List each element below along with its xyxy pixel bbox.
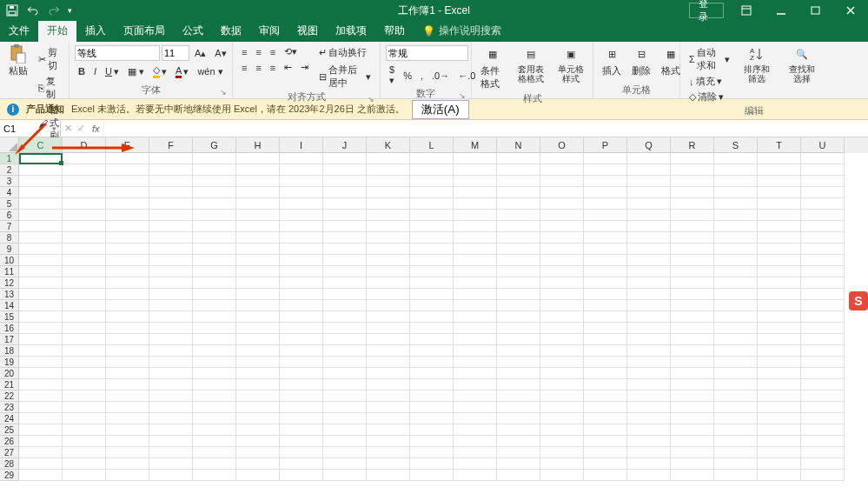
cell[interactable] bbox=[193, 221, 236, 232]
cell[interactable] bbox=[627, 266, 671, 277]
cell[interactable] bbox=[236, 221, 280, 232]
cell[interactable] bbox=[801, 244, 845, 255]
merge-center-button[interactable]: ⊟合并后居中 ▾ bbox=[315, 63, 374, 90]
cell[interactable] bbox=[627, 221, 671, 232]
cell[interactable] bbox=[540, 413, 584, 424]
cell[interactable] bbox=[280, 470, 323, 481]
confirm-icon[interactable]: ✓ bbox=[77, 123, 85, 134]
cell[interactable] bbox=[149, 413, 193, 424]
cell[interactable] bbox=[367, 289, 410, 300]
cell[interactable] bbox=[193, 424, 236, 436]
cell[interactable] bbox=[627, 424, 671, 436]
cell[interactable] bbox=[193, 210, 236, 221]
cell[interactable] bbox=[454, 379, 497, 391]
cell[interactable] bbox=[367, 232, 410, 244]
cell[interactable] bbox=[367, 402, 410, 413]
cell[interactable] bbox=[584, 379, 627, 391]
cell[interactable] bbox=[714, 391, 758, 402]
decimal-inc-icon[interactable]: .0→ bbox=[428, 70, 453, 82]
cell[interactable] bbox=[149, 244, 193, 255]
cell[interactable] bbox=[671, 447, 714, 458]
comma-button[interactable]: , bbox=[417, 70, 427, 82]
tab-layout[interactable]: 页面布局 bbox=[115, 20, 174, 42]
cell[interactable] bbox=[149, 357, 193, 368]
column-header[interactable]: R bbox=[671, 137, 714, 153]
row-header[interactable]: 14 bbox=[0, 300, 19, 311]
cell[interactable] bbox=[63, 187, 106, 198]
cell[interactable] bbox=[193, 187, 236, 198]
cell[interactable] bbox=[410, 391, 454, 402]
cell[interactable] bbox=[801, 447, 845, 458]
cell[interactable] bbox=[106, 300, 149, 311]
cell[interactable] bbox=[671, 424, 714, 436]
cell[interactable] bbox=[63, 402, 106, 413]
cell[interactable] bbox=[714, 368, 758, 379]
cell[interactable] bbox=[540, 244, 584, 255]
cell[interactable] bbox=[758, 357, 801, 368]
column-header[interactable]: L bbox=[410, 137, 454, 153]
cell[interactable] bbox=[758, 244, 801, 255]
cell[interactable] bbox=[714, 413, 758, 424]
cell[interactable] bbox=[193, 164, 236, 176]
cell[interactable] bbox=[671, 187, 714, 198]
cell[interactable] bbox=[106, 244, 149, 255]
cell[interactable] bbox=[714, 277, 758, 289]
cell[interactable] bbox=[758, 221, 801, 232]
cell[interactable] bbox=[106, 187, 149, 198]
cell[interactable] bbox=[497, 402, 540, 413]
cell[interactable] bbox=[367, 210, 410, 221]
column-header[interactable]: U bbox=[801, 137, 845, 153]
cell[interactable] bbox=[323, 266, 367, 277]
cell[interactable] bbox=[236, 277, 280, 289]
cell[interactable] bbox=[540, 334, 584, 345]
cell[interactable] bbox=[540, 289, 584, 300]
cell[interactable] bbox=[671, 221, 714, 232]
column-header[interactable]: C bbox=[19, 137, 63, 153]
wrap-text-button[interactable]: ↵自动换行 bbox=[315, 45, 374, 60]
cell[interactable] bbox=[63, 164, 106, 176]
table-format-button[interactable]: ▤套用表格格式 bbox=[511, 43, 550, 85]
cell[interactable] bbox=[627, 300, 671, 311]
column-header[interactable]: K bbox=[367, 137, 410, 153]
row-header[interactable]: 8 bbox=[0, 232, 19, 244]
cell[interactable] bbox=[149, 187, 193, 198]
cell[interactable] bbox=[149, 266, 193, 277]
cell[interactable] bbox=[714, 255, 758, 266]
cell[interactable] bbox=[323, 357, 367, 368]
cell[interactable] bbox=[410, 187, 454, 198]
cell[interactable] bbox=[627, 368, 671, 379]
cell[interactable] bbox=[758, 255, 801, 266]
cell[interactable] bbox=[106, 289, 149, 300]
cell[interactable] bbox=[280, 266, 323, 277]
cell[interactable] bbox=[280, 334, 323, 345]
cell[interactable] bbox=[106, 379, 149, 391]
bold-button[interactable]: B bbox=[75, 65, 89, 77]
cell[interactable] bbox=[149, 402, 193, 413]
cell[interactable] bbox=[149, 311, 193, 323]
cell[interactable] bbox=[714, 198, 758, 210]
cell[interactable] bbox=[367, 323, 410, 334]
cell[interactable] bbox=[714, 300, 758, 311]
cond-format-button[interactable]: ▦条件格式 bbox=[477, 43, 507, 92]
cell[interactable] bbox=[149, 323, 193, 334]
cell[interactable] bbox=[63, 447, 106, 458]
cell[interactable] bbox=[540, 277, 584, 289]
font-size-select[interactable] bbox=[162, 45, 189, 61]
cell[interactable] bbox=[323, 232, 367, 244]
cell[interactable] bbox=[540, 232, 584, 244]
cell[interactable] bbox=[758, 424, 801, 436]
cell[interactable] bbox=[410, 402, 454, 413]
cell[interactable] bbox=[584, 470, 627, 481]
cell[interactable] bbox=[714, 232, 758, 244]
column-header[interactable]: Q bbox=[627, 137, 671, 153]
cell[interactable] bbox=[584, 357, 627, 368]
cell[interactable] bbox=[801, 379, 845, 391]
cell[interactable] bbox=[584, 266, 627, 277]
orientation-icon[interactable]: ⟲▾ bbox=[281, 45, 301, 58]
cell[interactable] bbox=[540, 424, 584, 436]
cell[interactable] bbox=[454, 255, 497, 266]
cell[interactable] bbox=[584, 424, 627, 436]
cell[interactable] bbox=[106, 436, 149, 447]
cell[interactable] bbox=[19, 379, 63, 391]
cell[interactable] bbox=[323, 334, 367, 345]
